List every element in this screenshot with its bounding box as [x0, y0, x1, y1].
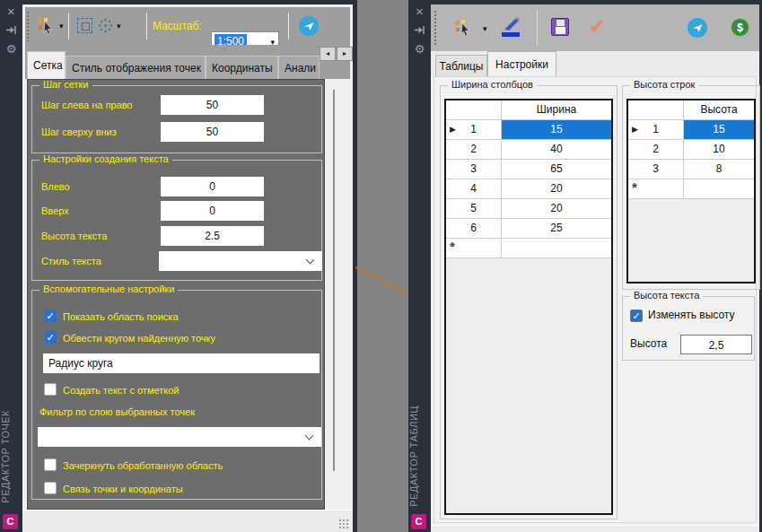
column-widths-grid[interactable]: Ширина ▶115 240 365 420 520 625 * — [444, 99, 613, 515]
up-offset-label: Вверх — [41, 205, 69, 216]
close-icon[interactable]: × — [0, 5, 22, 18]
column-widths-group: Ширина столбцов Ширина ▶115 240 365 420 … — [440, 85, 617, 519]
link-point-coords-label: Связь точки и координаты — [63, 482, 183, 496]
right-statusbar — [431, 525, 759, 532]
step-tb-input[interactable]: 50 — [161, 122, 264, 142]
boundary-tool-icon[interactable] — [77, 18, 92, 33]
toolbar-grip[interactable] — [26, 11, 30, 41]
drawing-canvas[interactable] — [357, 0, 408, 532]
select-points-tool-icon[interactable] — [453, 18, 473, 41]
up-offset-input[interactable]: 0 — [161, 201, 264, 221]
tab-scroll-right-button[interactable]: ▸ — [337, 47, 353, 61]
new-row[interactable]: * — [446, 239, 611, 258]
chevron-down-icon[interactable]: ▾ — [59, 22, 64, 30]
step-lr-label: Шаг слева на право — [41, 100, 132, 110]
left-dock-badge: C — [3, 514, 18, 529]
show-search-area-checkbox[interactable]: ✓ — [44, 310, 57, 322]
tab-tables[interactable]: Таблицы — [435, 55, 487, 76]
group-title: Высота строк — [630, 79, 698, 90]
grid-header-row: Ширина — [446, 100, 611, 120]
left-dock-strip: × ⚙ РЕДАКТОР ТОЧЕК C — [0, 0, 22, 532]
right-toolbar: ▾ ✔ $ — [431, 4, 759, 51]
group-title: Ширина столбцов — [448, 79, 537, 90]
group-title: Высота текста — [630, 290, 703, 301]
gear-icon[interactable]: ⚙ — [0, 43, 22, 56]
tab-scroll-left-button[interactable]: ◂ — [320, 47, 336, 61]
change-height-checkbox[interactable]: ✓ — [630, 310, 643, 322]
grid-header-row: Высота — [628, 100, 754, 120]
group-title: Вспомогательные настройки — [39, 283, 178, 294]
table-row[interactable]: ▶115 — [446, 120, 611, 140]
donate-dollar-icon[interactable]: $ — [731, 18, 749, 37]
auxiliary-group: Вспомогательные настройки ✓ Показать обл… — [31, 290, 322, 500]
tab-settings[interactable]: Настройки — [487, 51, 556, 76]
toolbar-separator — [288, 13, 289, 39]
new-row[interactable]: * — [628, 179, 754, 199]
grid-step-group: Шаг сетки Шаг слева на право 50 Шаг свер… — [31, 85, 322, 153]
table-row[interactable]: 520 — [446, 199, 611, 219]
app-root: × ⚙ РЕДАКТОР ТОЧЕК C ▾ — [0, 0, 762, 532]
text-height-input[interactable]: 2.5 — [161, 226, 264, 246]
apply-check-icon[interactable]: ✔ — [589, 17, 605, 37]
pin-icon[interactable] — [5, 23, 17, 39]
scrollbar-thumb[interactable] — [333, 90, 335, 471]
step-tb-label: Шаг сверху вниз — [41, 126, 117, 137]
left-dock-title: РЕДАКТОР ТОЧЕК — [0, 410, 22, 503]
left-statusbar — [22, 510, 353, 532]
circle-radius-input[interactable]: Радиус круга — [43, 353, 320, 373]
right-dock-title: РЕДАКТОР ТАБЛИЦ — [408, 406, 431, 507]
circle-found-point-label: Обвести кругом найденную точку — [63, 331, 215, 345]
table-row[interactable]: 210 — [628, 140, 754, 160]
link-point-coords-checkbox[interactable]: ✓ — [44, 482, 57, 494]
tab-analysis[interactable]: Анали — [278, 56, 320, 79]
strike-processed-area-checkbox[interactable]: ✓ — [44, 458, 57, 471]
save-icon[interactable] — [551, 18, 569, 36]
table-row[interactable]: ▶115 — [628, 120, 754, 140]
height-label: Высота — [630, 337, 667, 350]
text-height-label: Высота текста — [41, 231, 107, 241]
chevron-down-icon — [305, 432, 314, 440]
close-icon[interactable]: × — [408, 5, 431, 18]
left-tabstrip: Сетка Стиль отображения точек Координаты… — [25, 45, 350, 79]
gear-icon[interactable]: ⚙ — [408, 43, 431, 56]
toolbar-grip[interactable] — [434, 10, 437, 46]
table-row[interactable]: 625 — [446, 219, 611, 239]
row-heights-group: Высота строк Высота ▶115 210 38 * — [622, 85, 760, 290]
table-row[interactable]: 420 — [446, 179, 611, 199]
tab-coordinates[interactable]: Координаты — [206, 56, 278, 79]
chevron-down-icon[interactable]: ▾ — [483, 25, 487, 32]
height-input[interactable]: 2,5 — [680, 335, 752, 354]
layer-filter-label: Фильтр по слою выбранных точек — [39, 406, 195, 417]
text-style-dropdown[interactable] — [159, 251, 322, 271]
chevron-down-icon[interactable]: ▾ — [117, 22, 121, 30]
telegram-icon[interactable] — [688, 18, 707, 38]
table-row[interactable]: 240 — [446, 140, 611, 160]
group-title: Настройки создания текста — [39, 153, 172, 164]
brush-tool-icon[interactable] — [499, 16, 522, 41]
tab-grid[interactable]: Сетка — [27, 51, 66, 79]
table-row[interactable]: 365 — [446, 160, 611, 179]
select-points-tool-icon[interactable] — [36, 16, 56, 39]
resize-grip[interactable] — [338, 519, 349, 529]
text-creation-group: Настройки создания текста Влево 0 Вверх … — [31, 160, 322, 281]
pin-icon[interactable] — [414, 23, 425, 39]
create-text-with-mark-checkbox[interactable]: ✓ — [44, 383, 57, 396]
content-scrollbar[interactable] — [325, 79, 346, 510]
grid-tab-content: Шаг сетки Шаг слева на право 50 Шаг свер… — [27, 79, 325, 510]
table-row[interactable]: 38 — [628, 160, 754, 179]
toolbar-separator — [68, 13, 69, 39]
row-marker-icon: ▶ — [632, 120, 638, 139]
toolbar-separator — [146, 13, 147, 39]
row-marker-icon: ▶ — [450, 120, 456, 139]
text-height-group: Высота текста ✓ Изменять высоту Высота 2… — [622, 296, 755, 361]
telegram-icon[interactable] — [299, 16, 319, 36]
circle-found-point-checkbox[interactable]: ✓ — [44, 331, 57, 344]
chevron-down-icon — [306, 256, 315, 265]
points-cluster-tool-icon[interactable] — [97, 17, 114, 38]
step-lr-input[interactable]: 50 — [161, 95, 264, 115]
row-heights-grid[interactable]: Высота ▶115 210 38 * — [626, 99, 756, 283]
left-offset-label: Влево — [41, 181, 70, 192]
left-offset-input[interactable]: 0 — [161, 177, 264, 196]
layer-filter-dropdown[interactable] — [38, 427, 321, 447]
tab-point-style[interactable]: Стиль отображения точек — [66, 56, 206, 79]
